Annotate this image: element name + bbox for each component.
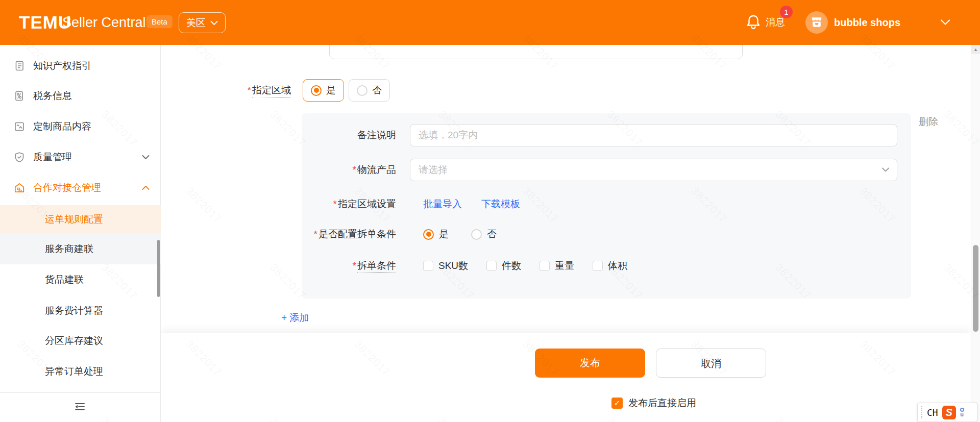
sidebar-item-label: 税务信息 [33, 89, 72, 103]
logistics-row: *物流产品 请选择 [302, 159, 911, 181]
document-icon [13, 60, 26, 72]
split-radio-no[interactable] [471, 229, 482, 240]
checkbox-checked-icon: ✓ [611, 398, 623, 409]
bell-icon[interactable] [745, 14, 762, 31]
sidebar-scrollbar-thumb[interactable] [157, 240, 160, 297]
sidebar-item-ip-guide[interactable]: 知识产权指引 [0, 51, 161, 81]
required-asterisk: * [353, 260, 356, 271]
sidebar-subitem-fee-calculator[interactable]: 服务费计算器 [0, 295, 161, 326]
sidebar-item-label: 质量管理 [33, 151, 72, 164]
radio-unselected-icon [357, 85, 368, 96]
warehouse-icon [13, 182, 26, 194]
split-radio-yes[interactable] [423, 229, 434, 240]
split-toggle-row: *是否配置拆单条件 是 否 [302, 223, 911, 245]
sidebar-item-warehouse-mgmt[interactable]: 合作对接仓管理 [0, 172, 161, 203]
split-conditions-row: *拆单条件 SKU数 件数 重量 [302, 255, 911, 277]
sidebar-subitem-goods-connect[interactable]: 货品建联 [0, 264, 161, 295]
condition-checkbox-volume[interactable]: 体积 [593, 259, 627, 272]
condition-checkbox-weight[interactable]: 重量 [540, 259, 574, 272]
ime-language-indicator[interactable]: CH [927, 407, 938, 418]
radio-label: 是 [439, 228, 449, 241]
sidebar-item-label: 定制商品内容 [33, 120, 91, 133]
field-label-remark: 备注说明 [302, 129, 396, 142]
bulk-import-link[interactable]: 批量导入 [423, 197, 462, 211]
ime-toolbar[interactable]: CH S u [917, 403, 977, 422]
condition-checkbox-pieces[interactable]: 件数 [486, 259, 521, 272]
region-label: 美区 [186, 16, 206, 30]
checkbox-label: 发布后直接启用 [628, 396, 696, 410]
clipped-input-above [329, 45, 743, 59]
radio-label: 否 [372, 84, 382, 97]
logistics-select[interactable]: 请选择 [410, 159, 897, 181]
checkbox-label: 件数 [502, 259, 521, 272]
sidebar-item-label: 合作对接仓管理 [33, 181, 101, 194]
notification-badge: 1 [780, 6, 793, 18]
condition-checkbox-sku[interactable]: SKU数 [423, 259, 468, 272]
storefront-icon [812, 17, 821, 20]
remark-input[interactable] [410, 124, 897, 146]
collapse-sidebar-icon[interactable] [71, 399, 88, 414]
checkbox-unchecked-icon [593, 261, 603, 271]
field-label-logistics: *物流产品 [302, 163, 396, 177]
sidebar-subitem-waybill-rules[interactable]: 运单规则配置 [0, 205, 161, 234]
seller-central-title: Seller Central [62, 0, 146, 45]
sogou-input-icon[interactable]: S [942, 406, 956, 419]
image-icon [13, 120, 26, 133]
region-setting-row: *指定区域设置 批量导入 下载模板 [302, 193, 911, 215]
required-asterisk: * [314, 229, 317, 239]
enable-after-publish-checkbox[interactable]: ✓ 发布后直接启用 [611, 396, 696, 410]
download-template-link[interactable]: 下载模板 [481, 197, 520, 211]
sidebar-divider [0, 392, 160, 393]
beta-badge: Beta [146, 15, 173, 28]
sidebar-item-tax-info[interactable]: 税务信息 [0, 81, 161, 111]
region-form-row: *指定区域 是 否 [161, 79, 971, 102]
publish-button[interactable]: 发布 [535, 349, 645, 378]
checkbox-label: 体积 [608, 259, 627, 272]
chevron-down-icon [881, 167, 890, 172]
chevron-down-icon [142, 155, 150, 160]
required-asterisk: * [353, 164, 356, 175]
scrollbar-up-arrow[interactable]: ▲ [971, 45, 980, 54]
ime-toolbox-icon[interactable]: u [960, 405, 964, 420]
account-name[interactable]: bubble shops [834, 0, 900, 45]
field-label-region-setting: *指定区域设置 [302, 197, 396, 211]
ime-grip-handle[interactable] [921, 406, 923, 418]
remark-row: 备注说明 [302, 124, 911, 146]
main-content: *指定区域 是 否 备注说明 *物流产品 [161, 45, 971, 422]
checkbox-unchecked-icon [540, 261, 550, 271]
app: TEMU Seller Central Beta 美区 消息 1 bubble … [0, 0, 980, 422]
cancel-button[interactable]: 取消 [656, 349, 766, 378]
chevron-down-icon [210, 20, 218, 26]
region-radio-yes[interactable]: 是 [303, 79, 344, 102]
field-label-split-toggle: *是否配置拆单条件 [302, 228, 396, 241]
page-scrollbar[interactable]: ▲ ▼ [971, 45, 980, 422]
sidebar-item-quality[interactable]: 质量管理 [0, 142, 161, 172]
add-rule-link[interactable]: + 添加 [281, 311, 309, 325]
checkbox-label: 重量 [555, 259, 574, 272]
radio-selected-icon [311, 85, 322, 96]
tax-percent-icon [13, 90, 26, 102]
region-selector[interactable]: 美区 [179, 12, 226, 33]
scrollbar-thumb[interactable] [973, 245, 978, 332]
shield-check-icon [13, 151, 26, 163]
sidebar: 知识产权指引 税务信息 定制商品内容 质量管理 [0, 45, 161, 422]
delete-rule-link[interactable]: 删除 [919, 115, 938, 129]
avatar[interactable] [805, 11, 828, 34]
sidebar-item-custom-content[interactable]: 定制商品内容 [0, 111, 161, 142]
checkbox-label: SKU数 [438, 259, 468, 272]
sidebar-subitem-provider-connect[interactable]: 服务商建联 [0, 234, 161, 264]
required-asterisk: * [333, 198, 337, 209]
rule-card: 备注说明 *物流产品 请选择 [302, 113, 911, 299]
footer-action-bar: 发布 取消 ✓ 发布后直接启用 [161, 333, 971, 422]
region-radio-no[interactable]: 否 [349, 79, 390, 102]
top-header: TEMU Seller Central Beta 美区 消息 1 bubble … [0, 0, 980, 45]
select-placeholder: 请选择 [419, 163, 448, 177]
radio-label: 否 [487, 228, 497, 241]
checkbox-unchecked-icon [423, 261, 433, 271]
sidebar-subitem-abnormal-orders[interactable]: 异常订单处理 [0, 356, 161, 387]
required-asterisk: * [248, 85, 251, 95]
account-chevron-down-icon[interactable] [940, 19, 950, 26]
sidebar-subitem-zone-inventory[interactable]: 分区库存建议 [0, 326, 161, 356]
sidebar-item-label: 知识产权指引 [33, 59, 91, 72]
field-label-split-conditions: *拆单条件 [302, 259, 396, 272]
